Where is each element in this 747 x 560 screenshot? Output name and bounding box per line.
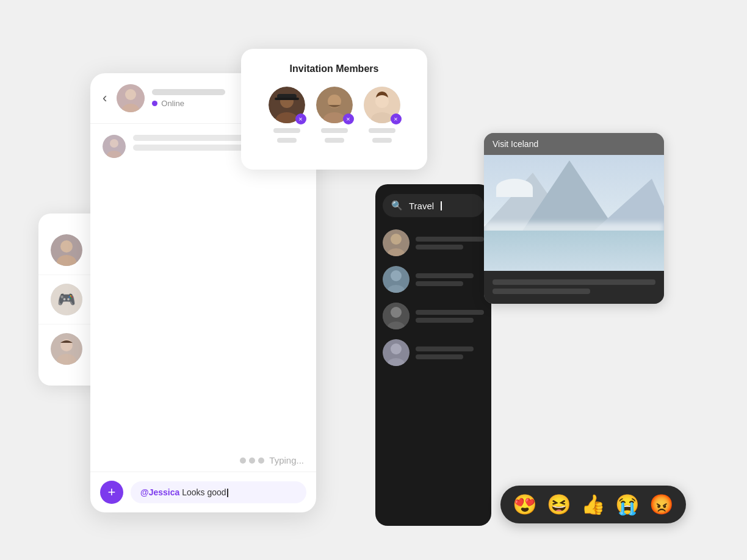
iceland-water	[484, 231, 664, 271]
svg-text:🎮: 🎮	[57, 290, 76, 308]
inv-name-line-2a	[321, 128, 348, 133]
typing-dot	[249, 458, 255, 464]
dark-list-item-1[interactable]	[383, 229, 484, 256]
dark-line	[416, 237, 484, 242]
inv-name-line-2b	[325, 138, 344, 143]
message-input[interactable]: @Jessica Looks good	[131, 481, 306, 503]
dark-lines-3	[416, 310, 484, 323]
game-shop-avatar: 🎮	[51, 284, 82, 315]
iceland-card: Visit Iceland	[484, 133, 664, 304]
inv-member-2: ×	[316, 87, 353, 143]
inv-name-line-1b	[277, 138, 297, 143]
invitation-card: Invitation Members ×	[241, 49, 427, 170]
iceland-snow	[496, 179, 533, 197]
invitation-avatars: × ×	[256, 87, 413, 143]
header-avatar	[117, 84, 145, 112]
dark-avatar-3	[383, 303, 410, 329]
inv-avatar-wrap-1: ×	[269, 87, 305, 123]
msg-body: ✓✓	[90, 124, 316, 455]
svg-point-12	[110, 139, 118, 148]
iceland-label: Visit Iceland	[484, 133, 664, 155]
inv-name-line-3b	[372, 138, 392, 143]
sarah-avatar	[51, 333, 82, 365]
invitation-title: Invitation Members	[256, 63, 413, 74]
mention-tag: @Jessica	[140, 487, 179, 497]
msg-footer: + @Jessica Looks good	[90, 472, 316, 512]
header-info: Online	[152, 89, 225, 108]
dark-line	[416, 273, 474, 278]
iceland-caption	[484, 271, 664, 304]
online-text: Online	[161, 99, 184, 108]
dark-panel: 🔍 Travel	[375, 184, 491, 526]
dark-lines-4	[416, 346, 484, 359]
iceland-cap-line-2	[493, 289, 590, 294]
svg-point-26	[391, 234, 402, 245]
msg-avatar-1	[103, 135, 126, 158]
emoji-angry[interactable]: 😡	[649, 493, 674, 516]
dark-lines-2	[416, 273, 484, 286]
input-text: Looks good	[179, 487, 226, 497]
inv-remove-3[interactable]: ×	[391, 113, 402, 124]
emoji-love[interactable]: 😍	[513, 493, 537, 516]
inv-member-3: ×	[364, 87, 400, 143]
typing-area: Typing...	[90, 455, 316, 472]
typing-dots	[240, 458, 264, 464]
emoji-thumbsup[interactable]: 👍	[581, 493, 605, 516]
emoji-cry[interactable]: 😭	[615, 493, 640, 516]
inv-remove-1[interactable]: ×	[295, 113, 306, 124]
svg-point-35	[391, 343, 402, 354]
dark-list-item-4[interactable]	[383, 339, 484, 366]
inv-name-line-1a	[273, 128, 300, 133]
online-status: Online	[152, 99, 225, 108]
dark-line	[416, 310, 484, 315]
dark-avatar-1	[383, 229, 410, 256]
dark-line	[416, 281, 463, 286]
amanda-avatar	[51, 234, 82, 266]
inv-member-1: ×	[269, 87, 305, 143]
search-cursor	[441, 201, 442, 210]
dark-avatar-2	[383, 266, 410, 293]
inv-avatar-wrap-3: ×	[364, 87, 400, 123]
emoji-reaction-bar: 😍 😆 👍 😭 😡	[500, 486, 686, 523]
add-button[interactable]: +	[100, 481, 123, 504]
dark-line	[416, 318, 474, 323]
typing-text: Typing...	[269, 455, 304, 465]
search-icon: 🔍	[391, 200, 403, 211]
typing-dot	[240, 458, 246, 464]
search-text: Travel	[409, 201, 434, 211]
svg-point-29	[391, 270, 402, 281]
inv-avatar-wrap-2: ×	[316, 87, 353, 123]
back-button[interactable]: ‹	[103, 90, 107, 106]
dark-lines-1	[416, 237, 484, 249]
svg-point-1	[60, 240, 73, 253]
iceland-image	[484, 155, 664, 271]
bubble-line	[133, 145, 253, 151]
dark-line	[416, 346, 474, 351]
svg-point-9	[125, 89, 136, 100]
inv-remove-2[interactable]: ×	[343, 113, 354, 124]
dark-list-item-2[interactable]	[383, 266, 484, 293]
svg-rect-18	[275, 98, 299, 100]
dark-search-bar[interactable]: 🔍 Travel	[383, 194, 484, 217]
dark-line	[416, 245, 463, 249]
svg-point-32	[391, 307, 402, 318]
inv-name-line-3a	[369, 128, 395, 133]
dark-list-item-3[interactable]	[383, 303, 484, 329]
dark-avatar-4	[383, 339, 410, 366]
emoji-laugh[interactable]: 😆	[547, 493, 571, 516]
dark-line	[416, 354, 463, 359]
online-dot	[152, 101, 157, 106]
cursor	[227, 489, 228, 497]
iceland-cap-line-1	[493, 279, 655, 285]
typing-dot	[258, 458, 264, 464]
header-name-line	[152, 89, 225, 95]
